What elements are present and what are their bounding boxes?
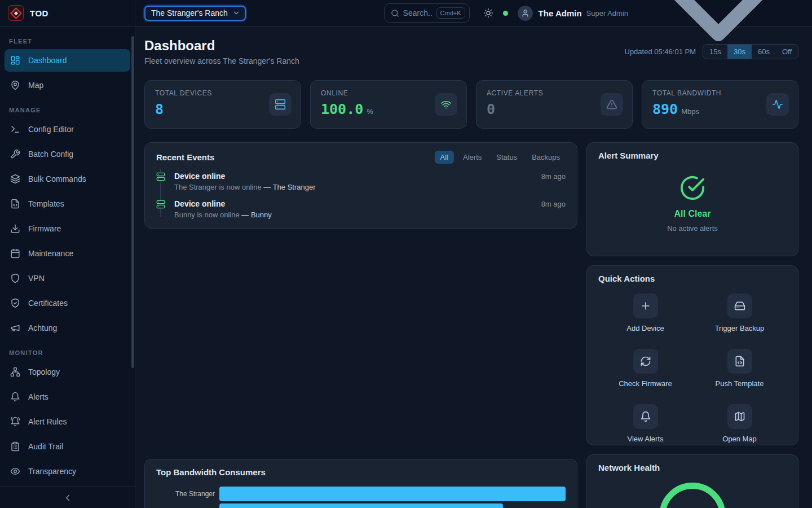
sidebar-item-transparency[interactable]: Transparency — [5, 460, 130, 483]
health-ring: 100 — [659, 483, 726, 508]
sidebar-item-label: Achtung — [28, 323, 57, 332]
bar-the-stranger — [219, 487, 566, 501]
sidebar-item-templates[interactable]: Templates — [5, 192, 130, 215]
stat-card-total-devices: TOTAL DEVICES 8 — [144, 80, 301, 129]
sidebar-collapse-button[interactable] — [0, 487, 135, 508]
bar-row: The Stranger — [156, 487, 566, 501]
section-label-monitor: MONITOR — [9, 349, 126, 356]
bell-icon — [640, 411, 651, 422]
bandwidth-chart: The Stranger Walter — [156, 487, 566, 508]
filter-status[interactable]: Status — [491, 151, 523, 164]
sidebar-item-label: Dashboard — [28, 56, 67, 65]
recent-events-card: Recent Events All Alerts Status Backups — [144, 142, 577, 229]
sidebar-item-bulk-commands[interactable]: Bulk Commands — [5, 168, 130, 190]
connection-status-dot — [503, 11, 508, 16]
sidebar-item-topology[interactable]: Topology — [5, 361, 130, 383]
refresh-option-30s[interactable]: 30s — [727, 45, 752, 59]
refresh-option-15s[interactable]: 15s — [703, 45, 727, 59]
quick-action-trigger-backup[interactable]: Trigger Backup — [692, 294, 787, 332]
quick-action-check-firmware[interactable]: Check Firmware — [598, 349, 692, 388]
sidebar-item-label: VPN — [28, 274, 45, 283]
terminal-icon — [10, 124, 20, 134]
site-selector[interactable]: The Stranger's Ranch — [144, 6, 246, 21]
event-row: Device online 8m ago Bunny is now online… — [156, 199, 566, 219]
user-role: Super Admin — [586, 9, 628, 17]
server-icon — [156, 200, 165, 209]
quick-action-label: Add Device — [626, 324, 664, 332]
sidebar-item-alert-rules[interactable]: Alert Rules — [5, 410, 130, 433]
file-code-icon — [10, 199, 20, 209]
sidebar-nav: FLEET Dashboard Map MANAGE Config Editor… — [0, 27, 135, 487]
refresh-interval-control: 15s 30s 60s Off — [703, 44, 798, 59]
main-content: Dashboard Fleet overview across The Stra… — [135, 27, 812, 508]
event-title: Device online — [174, 172, 225, 181]
quick-action-add-device[interactable]: Add Device — [598, 294, 692, 332]
server-icon — [156, 172, 165, 181]
section-label-manage: MANAGE — [9, 107, 126, 113]
sidebar-item-label: Firmware — [28, 224, 61, 233]
sidebar-item-label: Bulk Commands — [28, 174, 86, 183]
sidebar-item-label: Alerts — [28, 392, 48, 401]
filter-all[interactable]: All — [435, 151, 454, 164]
file-code-icon — [734, 356, 745, 367]
map-icon — [734, 411, 745, 422]
bar-row: Walter — [156, 503, 566, 508]
theme-toggle-sun-icon[interactable] — [483, 8, 493, 18]
sidebar-item-label: Templates — [28, 199, 64, 208]
quick-action-push-template[interactable]: Push Template — [692, 349, 787, 388]
refresh-option-60s[interactable]: 60s — [752, 45, 776, 59]
updated-timestamp: Updated 05:46:01 PM — [625, 47, 696, 56]
event-time: 8m ago — [541, 172, 566, 181]
quick-action-label: View Alerts — [627, 435, 663, 443]
refresh-option-off[interactable]: Off — [776, 45, 798, 59]
quick-action-open-map[interactable]: Open Map — [692, 404, 787, 443]
sidebar: TOD FLEET Dashboard Map MANAGE Config Ed… — [0, 0, 135, 508]
search-input[interactable] — [403, 8, 433, 17]
sidebar-item-audit-trail[interactable]: Audit Trail — [5, 435, 130, 458]
stat-unit: % — [367, 107, 373, 116]
sidebar-item-alerts[interactable]: Alerts — [5, 386, 130, 408]
quick-action-label: Trigger Backup — [715, 324, 765, 332]
quick-actions-title: Quick Actions — [598, 274, 787, 283]
shield-icon — [10, 273, 20, 283]
bar-label: The Stranger — [156, 490, 219, 498]
event-device: — Bunny — [241, 211, 271, 219]
alert-triangle-icon — [606, 99, 617, 110]
app-logo-icon — [8, 5, 24, 21]
sidebar-item-vpn[interactable]: VPN — [5, 267, 130, 290]
wrench-icon — [10, 149, 20, 159]
network-icon — [10, 367, 20, 377]
sidebar-item-firmware[interactable]: Firmware — [5, 217, 130, 240]
sidebar-item-certificates[interactable]: Certificates — [5, 292, 130, 314]
sidebar-item-config-editor[interactable]: Config Editor — [5, 118, 130, 141]
search-input-wrap[interactable]: Cmd+K — [384, 3, 470, 23]
event-row: Device online 8m ago The Stranger is now… — [156, 172, 566, 191]
network-health-title: Network Health — [598, 463, 787, 472]
alert-summary-card: Alert Summary All Clear No active alerts — [586, 142, 798, 256]
alert-detail-text: No active alerts — [667, 224, 718, 233]
layout-dashboard-icon — [10, 55, 20, 65]
events-list: Device online 8m ago The Stranger is now… — [156, 172, 566, 219]
app-root: TOD FLEET Dashboard Map MANAGE Config Ed… — [0, 0, 812, 508]
user-name: The Admin — [539, 8, 582, 18]
sidebar-item-label: Config Editor — [28, 125, 74, 134]
network-health-card: Network Health 100 — [586, 454, 798, 508]
sidebar-item-label: Transparency — [28, 467, 76, 476]
event-device: — The Stranger — [263, 183, 315, 191]
avatar[interactable] — [518, 6, 533, 21]
filter-backups[interactable]: Backups — [526, 151, 566, 164]
user-icon — [521, 9, 529, 17]
shield-check-icon — [10, 298, 20, 308]
sidebar-item-map[interactable]: Map — [5, 74, 130, 97]
sidebar-item-achtung[interactable]: Achtung — [5, 317, 130, 339]
sidebar-item-maintenance[interactable]: Maintenance — [5, 242, 130, 265]
sidebar-item-dashboard[interactable]: Dashboard — [5, 49, 130, 72]
sidebar-item-batch-config[interactable]: Batch Config — [5, 143, 130, 165]
stats-row: TOTAL DEVICES 8 ONLINE 100.0% ACTIVE ALE… — [144, 80, 798, 129]
topbar: The Stranger's Ranch Cmd+K The Admin Sup… — [135, 0, 812, 27]
site-selector-value: The Stranger's Ranch — [151, 8, 228, 17]
event-message: The Stranger is now online — [174, 183, 262, 191]
sidebar-scrollbar[interactable] — [131, 36, 134, 368]
quick-action-view-alerts[interactable]: View Alerts — [598, 404, 692, 443]
filter-alerts[interactable]: Alerts — [457, 151, 487, 164]
